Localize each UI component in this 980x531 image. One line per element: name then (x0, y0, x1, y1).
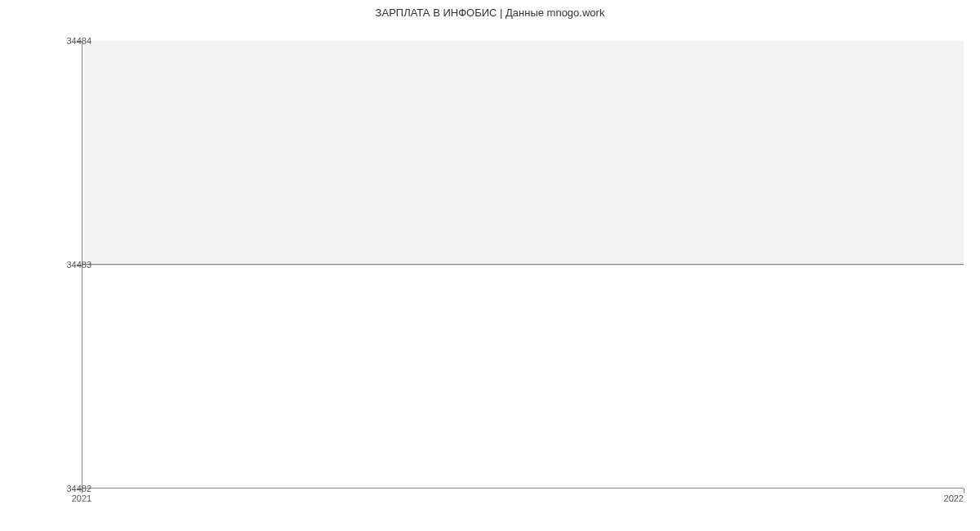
area-series-line (82, 264, 964, 265)
area-upper-band (82, 41, 964, 265)
x-axis (82, 488, 964, 489)
x-tick-label-right: 2022 (915, 493, 964, 503)
chart-title: ЗАРПЛАТА В ИНФОБИС | Данные mnogo.work (0, 7, 980, 19)
x-tick-right (964, 489, 964, 493)
plot-area (82, 41, 964, 489)
gridline-mid (82, 265, 964, 266)
y-tick-label-bot: 34482 (42, 484, 91, 493)
y-tick-label-top: 34484 (42, 36, 91, 46)
y-tick-label-mid: 34483 (42, 260, 91, 270)
x-tick-label-left: 2021 (57, 493, 106, 503)
